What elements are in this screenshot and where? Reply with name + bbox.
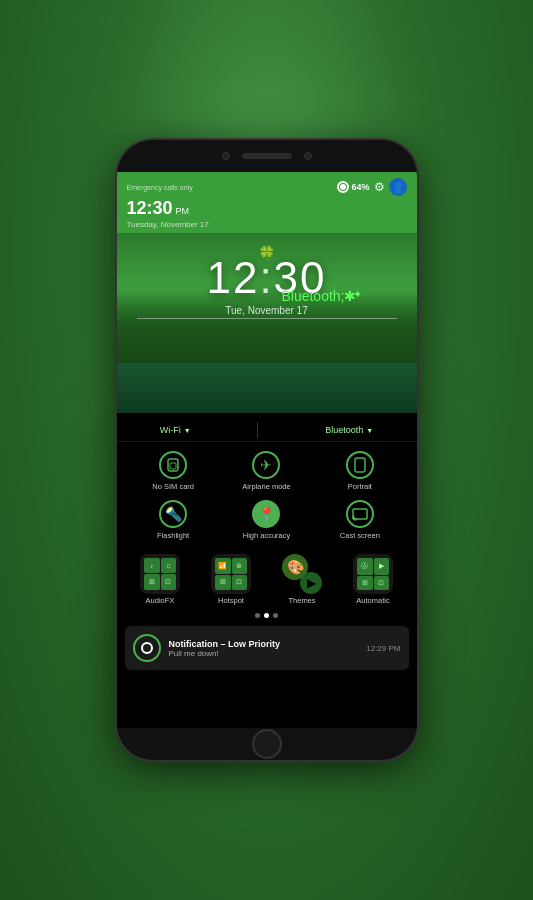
notification-title: Notification – Low Priority: [169, 639, 359, 649]
bluetooth-toggle[interactable]: Bluetooth ▼: [325, 425, 373, 435]
cast-icon: [346, 500, 374, 528]
audiofx-cell4: ⊡: [161, 574, 177, 590]
themes-palette-icon: 🎨: [282, 554, 308, 580]
flashlight-icon: 🔦: [159, 500, 187, 528]
phone-bottom: [117, 728, 417, 760]
airplane-label: Airplane mode: [242, 482, 290, 491]
toggle-items-row2: 🔦 Flashlight 📍 High accuracy: [117, 495, 417, 544]
dot-3: [273, 613, 278, 618]
toggle-airplane[interactable]: ✈ Airplane mode: [236, 450, 296, 491]
auto-cell1: Ⓐ: [357, 558, 373, 575]
app-audiofx[interactable]: ♪ ♫ ⊞ ⊡ AudioFX: [130, 554, 190, 605]
wallpaper-water: [117, 363, 417, 413]
audiofx-grid: ♪ ♫ ⊞ ⊡: [141, 555, 179, 593]
hotspot-cell1: 📶: [215, 558, 231, 574]
status-time: 12:30 PM: [127, 198, 407, 219]
notification-content: Notification – Low Priority Pull me down…: [169, 639, 359, 658]
notification-icon: [133, 634, 161, 662]
toggle-row-main: Wi-Fi ▼ Bluetooth ▼: [117, 419, 417, 442]
battery-percent: 64%: [351, 182, 369, 192]
status-date: Tuesday, November 17: [127, 220, 407, 229]
settings-icon[interactable]: ⚙: [374, 180, 385, 194]
status-bar: Emergency calls only 64% ⚙ 👤 12:30 PM Tu…: [117, 172, 417, 233]
phone-top: [117, 140, 417, 172]
hotspot-label: Hotspot: [218, 596, 244, 605]
sim-icon: [159, 451, 187, 479]
app-themes[interactable]: 🎨 ▶ Themes: [272, 554, 332, 605]
toggle-location[interactable]: 📍 High accuracy: [236, 499, 296, 540]
audiofx-icon: ♪ ♫ ⊞ ⊡: [140, 554, 180, 594]
app-automatic[interactable]: Ⓐ ▶ ⊞ ⊡ Automatic: [343, 554, 403, 605]
svg-rect-1: [170, 463, 176, 469]
status-icons: 64% ⚙ 👤: [337, 178, 406, 196]
wifi-toggle[interactable]: Wi-Fi ▼: [160, 425, 191, 435]
bluetooth-label: Bluetooth: [325, 425, 363, 435]
bluetooth-arrow: ▼: [366, 427, 373, 434]
quick-toggles: Wi-Fi ▼ Bluetooth ▼ No SIM car: [117, 413, 417, 550]
lock-divider: [137, 318, 397, 319]
bluetooth-symbol: ✦: [353, 288, 362, 301]
time-ampm: PM: [176, 206, 190, 216]
sim-label: No SIM card: [152, 482, 194, 491]
toggle-flashlight[interactable]: 🔦 Flashlight: [143, 499, 203, 540]
app-hotspot[interactable]: 📶 ⊛ ⊞ ⊡ Hotspot: [201, 554, 261, 605]
wifi-arrow: ▼: [184, 427, 191, 434]
battery-circle: [337, 181, 349, 193]
battery-icon: 64%: [337, 181, 369, 193]
wifi-label: Wi-Fi: [160, 425, 181, 435]
front-camera: [222, 152, 230, 160]
hotspot-icon: 📶 ⊛ ⊞ ⊡: [211, 554, 251, 594]
cast-label: Cast screen: [340, 531, 380, 540]
emergency-text: Emergency calls only: [127, 184, 193, 191]
audiofx-label: AudioFX: [146, 596, 175, 605]
audiofx-cell1: ♪: [144, 558, 160, 573]
auto-cell4: ⊡: [374, 576, 390, 591]
portrait-icon: [346, 451, 374, 479]
lock-hour: 12: [206, 253, 259, 302]
toggle-items-row1: No SIM card ✈ Airplane mode Portrait: [117, 446, 417, 495]
portrait-label: Portrait: [348, 482, 372, 491]
hotspot-grid: 📶 ⊛ ⊞ ⊡: [212, 555, 250, 593]
notification-item[interactable]: Notification – Low Priority Pull me down…: [125, 626, 409, 670]
auto-cell2: ▶: [374, 558, 390, 575]
toggle-divider: [257, 422, 258, 438]
wallpaper: 🍀 12:30 Bluetooth;✱ ✦ Tue, November 17: [117, 233, 417, 413]
automatic-icon: Ⓐ ▶ ⊞ ⊡: [353, 554, 393, 594]
notification-time: 12:29 PM: [366, 644, 400, 653]
svg-rect-3: [355, 458, 365, 472]
toggle-cast[interactable]: Cast screen: [330, 499, 390, 540]
automatic-label: Automatic: [356, 596, 389, 605]
app-shortcuts: ♪ ♫ ⊞ ⊡ AudioFX 📶 ⊛ ⊞ ⊡: [117, 550, 417, 609]
cast-icon-wrap: [345, 499, 375, 529]
hotspot-cell4: ⊡: [232, 575, 248, 591]
toggle-portrait[interactable]: Portrait: [330, 450, 390, 491]
portrait-icon-wrap: [345, 450, 375, 480]
notification-body: Pull me down!: [169, 649, 359, 658]
home-button[interactable]: [252, 729, 282, 759]
flashlight-label: Flashlight: [157, 531, 189, 540]
time-display: 12:30: [127, 198, 173, 219]
pagination: [117, 609, 417, 622]
toggle-sim[interactable]: No SIM card: [143, 450, 203, 491]
auto-cell3: ⊞: [357, 576, 373, 591]
airplane-icon: ✈: [252, 451, 280, 479]
bluetooth-icon: Bluetooth;✱: [281, 288, 356, 304]
svg-rect-4: [353, 509, 367, 519]
airplane-icon-wrap: ✈: [251, 450, 281, 480]
location-icon: 📍: [252, 500, 280, 528]
dot-1: [255, 613, 260, 618]
dot-2-active: [264, 613, 269, 618]
location-label: High accuracy: [243, 531, 291, 540]
hotspot-cell2: ⊛: [232, 558, 248, 574]
notification-inner-circle: [141, 642, 153, 654]
themes-label: Themes: [288, 596, 315, 605]
speaker: [242, 153, 292, 159]
user-icon[interactable]: 👤: [389, 178, 407, 196]
lock-time: 12:30: [117, 253, 417, 303]
sim-icon-wrap: [158, 450, 188, 480]
audiofx-cell3: ⊞: [144, 574, 160, 590]
lock-date: Tue, November 17: [117, 305, 417, 316]
phone: Emergency calls only 64% ⚙ 👤 12:30 PM Tu…: [117, 140, 417, 760]
automatic-grid: Ⓐ ▶ ⊞ ⊡: [354, 555, 392, 593]
sensor: [304, 152, 312, 160]
